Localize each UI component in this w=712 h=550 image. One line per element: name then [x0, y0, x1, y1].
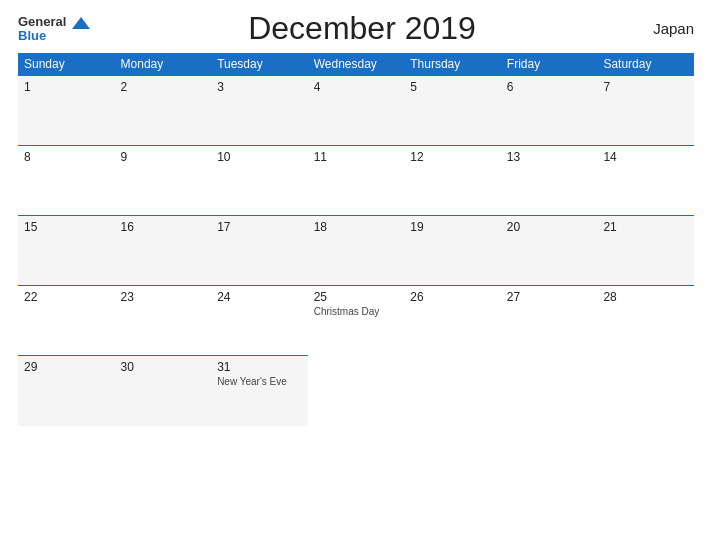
- day-number: 31: [217, 360, 302, 374]
- table-row: 4: [308, 76, 405, 146]
- day-number: 17: [217, 220, 302, 234]
- table-row: 23: [115, 286, 212, 356]
- table-row: 26: [404, 286, 501, 356]
- table-row: 9: [115, 146, 212, 216]
- table-row: 25Christmas Day: [308, 286, 405, 356]
- day-number: 6: [507, 80, 592, 94]
- day-event: Christmas Day: [314, 306, 399, 317]
- logo: General Blue: [18, 15, 90, 42]
- header-tuesday: Tuesday: [211, 53, 308, 76]
- day-number: 2: [121, 80, 206, 94]
- day-number: 3: [217, 80, 302, 94]
- calendar-header: General Blue December 2019 Japan: [18, 10, 694, 47]
- table-row: 6: [501, 76, 598, 146]
- day-number: 10: [217, 150, 302, 164]
- table-row: 8: [18, 146, 115, 216]
- table-row: [501, 356, 598, 426]
- table-row: 28: [597, 286, 694, 356]
- table-row: 5: [404, 76, 501, 146]
- day-number: 23: [121, 290, 206, 304]
- table-row: [597, 356, 694, 426]
- table-row: 27: [501, 286, 598, 356]
- week-row-2: 891011121314: [18, 146, 694, 216]
- day-number: 28: [603, 290, 688, 304]
- day-number: 5: [410, 80, 495, 94]
- calendar-page: General Blue December 2019 Japan Sunday …: [0, 0, 712, 550]
- day-number: 26: [410, 290, 495, 304]
- logo-flag-icon: [72, 17, 90, 29]
- table-row: 13: [501, 146, 598, 216]
- day-number: 16: [121, 220, 206, 234]
- table-row: 20: [501, 216, 598, 286]
- week-row-4: 22232425Christmas Day262728: [18, 286, 694, 356]
- table-row: 7: [597, 76, 694, 146]
- table-row: 16: [115, 216, 212, 286]
- month-title: December 2019: [90, 10, 634, 47]
- day-number: 20: [507, 220, 592, 234]
- table-row: 2: [115, 76, 212, 146]
- header-monday: Monday: [115, 53, 212, 76]
- week-row-3: 15161718192021: [18, 216, 694, 286]
- logo-blue-text: Blue: [18, 29, 46, 42]
- table-row: 29: [18, 356, 115, 426]
- day-number: 29: [24, 360, 109, 374]
- day-number: 14: [603, 150, 688, 164]
- day-number: 11: [314, 150, 399, 164]
- day-number: 7: [603, 80, 688, 94]
- table-row: 15: [18, 216, 115, 286]
- day-event: New Year's Eve: [217, 376, 302, 387]
- header-saturday: Saturday: [597, 53, 694, 76]
- day-number: 1: [24, 80, 109, 94]
- day-number: 4: [314, 80, 399, 94]
- table-row: 31New Year's Eve: [211, 356, 308, 426]
- day-number: 30: [121, 360, 206, 374]
- table-row: 30: [115, 356, 212, 426]
- table-row: 22: [18, 286, 115, 356]
- table-row: 12: [404, 146, 501, 216]
- table-row: 1: [18, 76, 115, 146]
- day-number: 27: [507, 290, 592, 304]
- weekday-header-row: Sunday Monday Tuesday Wednesday Thursday…: [18, 53, 694, 76]
- calendar-table: Sunday Monday Tuesday Wednesday Thursday…: [18, 53, 694, 426]
- table-row: 19: [404, 216, 501, 286]
- week-row-1: 1234567: [18, 76, 694, 146]
- table-row: [404, 356, 501, 426]
- day-number: 22: [24, 290, 109, 304]
- day-number: 13: [507, 150, 592, 164]
- day-number: 9: [121, 150, 206, 164]
- logo-general-text: General: [18, 15, 90, 29]
- header-wednesday: Wednesday: [308, 53, 405, 76]
- table-row: 14: [597, 146, 694, 216]
- day-number: 12: [410, 150, 495, 164]
- table-row: 21: [597, 216, 694, 286]
- header-sunday: Sunday: [18, 53, 115, 76]
- day-number: 18: [314, 220, 399, 234]
- day-number: 15: [24, 220, 109, 234]
- day-number: 25: [314, 290, 399, 304]
- day-number: 24: [217, 290, 302, 304]
- day-number: 19: [410, 220, 495, 234]
- header-friday: Friday: [501, 53, 598, 76]
- table-row: 3: [211, 76, 308, 146]
- week-row-5: 293031New Year's Eve: [18, 356, 694, 426]
- table-row: 10: [211, 146, 308, 216]
- table-row: 24: [211, 286, 308, 356]
- day-number: 8: [24, 150, 109, 164]
- header-thursday: Thursday: [404, 53, 501, 76]
- table-row: 11: [308, 146, 405, 216]
- table-row: [308, 356, 405, 426]
- table-row: 17: [211, 216, 308, 286]
- table-row: 18: [308, 216, 405, 286]
- country-label: Japan: [634, 20, 694, 37]
- day-number: 21: [603, 220, 688, 234]
